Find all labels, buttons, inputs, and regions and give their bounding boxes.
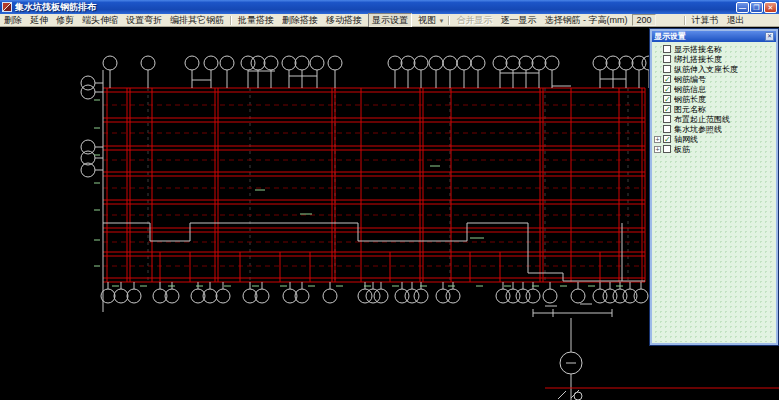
menu-end-stretch[interactable]: 端头伸缩 [78,14,122,27]
toolbar: 删除 延伸 修剪 端头伸缩 设置弯折 编排其它钢筋 批量搭接 删除搭接 移动搭接… [0,14,779,27]
panel-title: 显示设置 [654,31,765,42]
panel-row-show-lap-name[interactable]: 显示搭接名称 [653,44,775,54]
checkbox[interactable] [663,65,671,73]
toolbar-separator [684,16,686,25]
panel-row-binding-lap-length[interactable]: 绑扎搭接长度 [653,54,775,64]
checkbox[interactable] [663,55,671,63]
menu-delete[interactable]: 删除 [0,14,26,27]
checkbox[interactable] [663,125,671,133]
menu-trim[interactable]: 修剪 [52,14,78,27]
view-dropdown[interactable]: 视图 ▼ [414,14,446,27]
panel-row-sump-ref-line[interactable]: 集水坑参照线 [653,124,775,134]
panel-row-axis-grid[interactable]: + 轴网线 [653,134,775,144]
app-icon [2,2,12,12]
panel-titlebar[interactable]: 显示设置 ✕ [652,31,776,42]
toolbar-separator [230,16,232,25]
menu-set-bend[interactable]: 设置弯折 [122,14,166,27]
minimize-button[interactable]: — [736,2,749,13]
toolbar-separator [448,16,450,25]
menu-delete-lap[interactable]: 删除搭接 [278,14,322,27]
checkbox[interactable] [663,145,671,153]
menu-extend[interactable]: 延伸 [26,14,52,27]
panel-row-slab-rebar[interactable]: + 板筋 [653,144,775,154]
menu-move-lap[interactable]: 移动搭接 [322,14,366,27]
panel-close-icon[interactable]: ✕ [765,32,774,41]
view-dropdown-label: 视图 [418,15,436,25]
panel-row-rebar-number[interactable]: 钢筋编号 [653,74,775,84]
checkbox[interactable] [663,45,671,53]
checkbox[interactable] [663,135,671,143]
panel-row-rebar-length[interactable]: 钢筋长度 [653,94,775,104]
maximize-button[interactable]: ❐ [750,2,763,13]
font-height-field[interactable]: 200 [632,14,655,26]
checkbox[interactable] [663,105,671,113]
checkbox[interactable] [663,95,671,103]
panel-body: 显示搭接名称 绑扎搭接长度 纵筋伸入支座长度 钢筋编号 钢筋信息 钢筋长度 图元… [653,44,775,342]
tree-expand-icon[interactable]: + [654,146,661,153]
panel-row-anchor-length[interactable]: 纵筋伸入支座长度 [653,64,775,74]
checkbox[interactable] [663,75,671,83]
tree-expand-icon[interactable]: + [654,136,661,143]
panel-row-element-name[interactable]: 图元名称 [653,104,775,114]
window-controls: — ❐ ✕ [736,2,777,13]
merge-display-item: 合并显示 [452,14,496,27]
menu-batch-lap[interactable]: 批量搭接 [234,14,278,27]
display-settings-button[interactable]: 显示设置 [368,13,412,28]
panel-row-range-line[interactable]: 布置起止范围线 [653,114,775,124]
checkbox-label: 板筋 [674,144,690,155]
select-rebar-label: 选择钢筋 - 字高(mm) [540,14,631,27]
checkbox[interactable] [663,85,671,93]
menu-arrange-other-rebar[interactable]: 编排其它钢筋 [166,14,228,27]
close-button[interactable]: ✕ [764,2,777,13]
one-by-one-display-item[interactable]: 逐一显示 [496,14,540,27]
calc-book-button[interactable]: 计算书 [688,14,723,27]
chevron-down-icon: ▼ [439,18,445,24]
display-settings-panel: 显示设置 ✕ 显示搭接名称 绑扎搭接长度 纵筋伸入支座长度 钢筋编号 钢筋信息 … [649,28,779,346]
checkbox[interactable] [663,115,671,123]
panel-row-rebar-info[interactable]: 钢筋信息 [653,84,775,94]
exit-button[interactable]: 退出 [723,14,749,27]
